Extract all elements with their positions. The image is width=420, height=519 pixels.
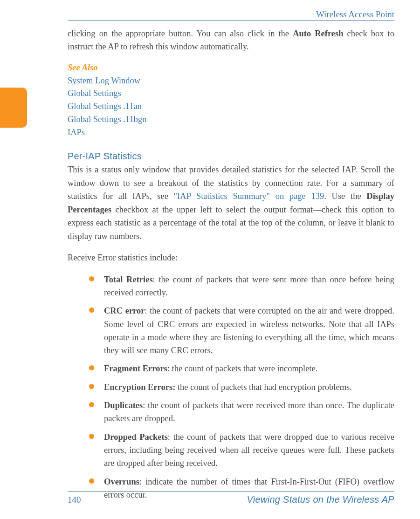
page-footer: 140 Viewing Status on the Wireless AP [68,491,394,505]
list-item: CRC error: the count of packets that wer… [89,304,394,357]
link-global-settings-11bgn[interactable]: Global Settings .11bgn [68,113,394,126]
footer-section-title: Viewing Status on the Wireless AP [247,494,394,505]
bullet-text: the count of packets that had encryption… [175,382,352,392]
section-paragraph-2: Receive Error statistics include: [68,251,394,264]
intro-text-before: clicking on the appropriate button. You … [68,29,293,38]
list-item: Total Retries: the count of packets that… [89,273,394,300]
bullet-icon [89,276,94,281]
bullet-list: Total Retries: the count of packets that… [68,273,394,501]
bullet-icon [89,384,94,389]
link-system-log-window[interactable]: System Log Window [68,75,394,88]
intro-bold: Auto Refresh [293,29,343,38]
header-running-title: Wireless Access Point [68,9,394,21]
para1-after-ref1: . Use the [324,191,366,201]
link-global-settings-11an[interactable]: Global Settings .11an [68,100,394,113]
bullet-bold: Total Retries [104,275,153,284]
section-paragraph-1: This is a status only window that provid… [68,163,394,243]
bullet-text: : the count of packets that were corrupt… [104,306,394,355]
bullet-icon [89,307,94,313]
bullet-icon [89,365,94,370]
list-item: Duplicates: the count of packets that we… [89,399,394,425]
page-number: 140 [68,495,81,505]
link-iaps[interactable]: IAPs [68,126,394,139]
bullet-bold: CRC error [104,306,145,315]
bullet-text: : the count of packets that were incompl… [167,364,318,373]
side-tab [0,88,27,128]
list-item: Encryption Errors: the count of packets … [89,381,394,394]
list-item: Dropped Packets: the count of packets th… [89,430,394,470]
list-item: Fragment Errors: the count of packets th… [89,362,394,375]
bullet-bold: Fragment Errors [104,364,167,373]
bullet-text: : the count of packets that were receive… [104,401,394,423]
link-global-settings[interactable]: Global Settings [68,87,394,100]
bullet-bold: Encryption Errors: [104,382,175,392]
bullet-bold: Dropped Packets [104,432,168,442]
see-also-heading: See Also [68,63,394,73]
bullet-icon [89,402,94,407]
bullet-bold: Overruns [104,477,139,486]
bullet-icon [89,434,94,439]
see-also-links: System Log Window Global Settings Global… [68,75,394,139]
subsection-heading: Per-IAP Statistics [68,151,394,162]
intro-paragraph: clicking on the appropriate button. You … [68,27,394,54]
para1-after-ref2: checkbox at the upper left to select the… [68,205,394,241]
bullet-icon [89,478,94,484]
cross-reference-link[interactable]: "IAP Statistics Summary" on page 139 [174,191,324,201]
bullet-bold: Duplicates [104,401,143,410]
